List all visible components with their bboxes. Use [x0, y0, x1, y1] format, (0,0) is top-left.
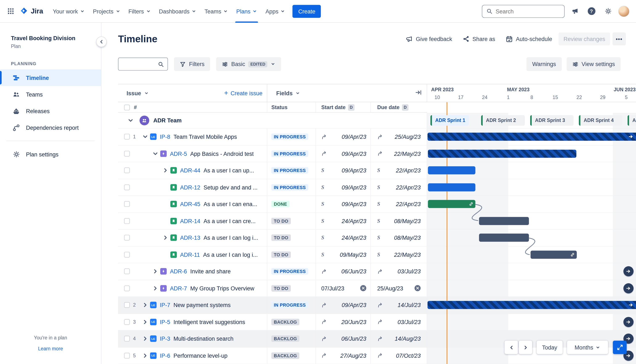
gantt-bar[interactable]	[428, 150, 576, 158]
expand-row-chevron[interactable]	[162, 234, 169, 241]
start-date-cell[interactable]: S09/Apr/23	[316, 179, 370, 195]
warnings-button[interactable]: Warnings	[527, 57, 562, 71]
due-date-cell[interactable]: 07/Oct/23	[371, 348, 427, 364]
due-date-cell[interactable]: S22/Apr/23	[371, 179, 427, 195]
issue-header-dropdown[interactable]: Issue	[126, 90, 149, 96]
expand-row-chevron[interactable]	[142, 318, 148, 325]
due-date-cell[interactable]: S22/Apr/23	[371, 162, 427, 178]
sidebar-item-dependencies-report[interactable]: Dependencies report	[0, 119, 101, 136]
issue-key-link[interactable]: ADR-7	[170, 285, 187, 292]
give-feedback-button[interactable]: Give feedback	[402, 32, 456, 46]
learn-more-link[interactable]: Learn more	[38, 346, 63, 352]
start-date-cell[interactable]: S09/May/23	[316, 246, 370, 263]
nav-item-apps[interactable]: Apps	[262, 0, 290, 22]
issue-summary[interactable]: Multi-destination search	[174, 336, 234, 342]
filters-button[interactable]: Filters	[174, 57, 210, 71]
issue-key-link[interactable]: IP-8	[160, 134, 170, 140]
issue-summary[interactable]: Team Travel Mobile Apps	[174, 134, 237, 140]
global-search-input[interactable]	[496, 8, 560, 14]
row-checkbox[interactable]	[124, 218, 130, 224]
timeline-prev-button[interactable]	[504, 341, 518, 354]
issue-key-link[interactable]: ADR-5	[170, 150, 187, 157]
collapse-row-chevron[interactable]	[152, 150, 158, 157]
sidebar-item-timeline[interactable]: Timeline	[0, 70, 101, 86]
gantt-bar[interactable]	[428, 166, 476, 174]
gantt-bar[interactable]	[428, 133, 636, 141]
row-checkbox[interactable]	[124, 285, 130, 291]
row-checkbox[interactable]	[124, 151, 130, 156]
issue-summary[interactable]: New payment systems	[174, 302, 231, 308]
status-lozenge[interactable]: TO DO	[271, 234, 291, 241]
issue-summary[interactable]: Invite and share	[190, 268, 231, 275]
sidebar-collapse-button[interactable]	[96, 36, 107, 47]
status-lozenge[interactable]: IN PROGRESS	[271, 134, 308, 140]
issue-summary[interactable]: As a user I can cre...	[204, 218, 256, 224]
issue-key-link[interactable]: ADR-45	[180, 201, 200, 207]
clear-date-icon[interactable]	[360, 285, 366, 291]
nav-item-plans[interactable]: Plans	[232, 0, 262, 22]
status-lozenge[interactable]: IN PROGRESS	[271, 302, 308, 308]
due-date-cell[interactable]: 25/Aug/23	[371, 128, 427, 145]
due-date-cell[interactable]: 25/Aug/23	[371, 280, 427, 296]
due-date-cell[interactable]: S22/Apr/23	[371, 196, 427, 212]
create-button[interactable]: Create	[292, 5, 321, 18]
start-date-cell[interactable]: S24/Apr/23	[316, 213, 370, 229]
expand-row-chevron[interactable]	[142, 336, 148, 342]
expand-row-chevron[interactable]	[162, 167, 169, 174]
issue-summary[interactable]: My Group Trips Overview	[190, 285, 254, 292]
sidebar-item-releases[interactable]: Releases	[0, 102, 101, 119]
issue-key-link[interactable]: ADR-14	[180, 218, 200, 224]
issue-key-link[interactable]: IP-6	[160, 352, 170, 359]
issue-key-link[interactable]: IP-7	[160, 302, 170, 308]
sidebar-item-teams[interactable]: Teams	[0, 86, 101, 102]
gantt-bar[interactable]	[428, 183, 476, 191]
share-as-button[interactable]: Share as	[459, 32, 499, 46]
expand-row-chevron[interactable]	[152, 268, 158, 275]
row-checkbox[interactable]	[124, 252, 130, 258]
nav-item-your-work[interactable]: Your work	[49, 0, 89, 22]
due-date-cell[interactable]: 22/May/23	[371, 145, 427, 162]
issue-key-link[interactable]: ADR-44	[180, 167, 200, 174]
select-all-checkbox[interactable]	[124, 104, 130, 110]
issue-summary[interactable]: As a user I can ena...	[204, 201, 257, 207]
more-actions-button[interactable]: •••	[612, 32, 626, 46]
gantt-bar[interactable]	[428, 301, 636, 309]
due-date-cell[interactable]: 03/Jul/23	[371, 314, 427, 330]
fields-dropdown[interactable]: Fields	[276, 90, 300, 96]
status-lozenge[interactable]: BACKLOG	[271, 352, 299, 359]
sidebar-item-plan-settings[interactable]: Plan settings	[0, 146, 101, 162]
auto-schedule-button[interactable]: Auto-schedule	[502, 32, 556, 46]
issue-key-link[interactable]: ADR-12	[180, 184, 200, 190]
due-date-cell[interactable]: 03/Jul/23	[371, 263, 427, 280]
due-date-cell[interactable]: 14/Aug/23	[371, 330, 427, 347]
global-search[interactable]	[482, 5, 564, 18]
gantt-bar[interactable]	[479, 217, 529, 225]
offscreen-bar-indicator[interactable]	[624, 266, 634, 276]
jira-logo[interactable]: Jira	[17, 7, 49, 16]
row-checkbox[interactable]	[124, 184, 130, 190]
start-date-cell[interactable]: 09/Apr/23	[316, 297, 370, 313]
issue-summary[interactable]: Setup dev and and ...	[204, 184, 258, 190]
row-checkbox[interactable]	[124, 235, 130, 240]
row-checkbox[interactable]	[124, 336, 130, 342]
row-checkbox[interactable]	[124, 302, 130, 308]
start-date-cell[interactable]: 20/Jun/23	[316, 314, 370, 330]
expand-row-chevron[interactable]	[142, 352, 148, 359]
nav-item-projects[interactable]: Projects	[89, 0, 124, 22]
collapse-group-chevron[interactable]	[128, 117, 134, 124]
gantt-bar[interactable]	[531, 250, 577, 259]
create-issue-button[interactable]: + Create issue	[224, 90, 262, 96]
issue-key-link[interactable]: ADR-6	[170, 268, 187, 275]
row-checkbox[interactable]	[124, 201, 130, 207]
gantt-bar[interactable]	[479, 234, 529, 242]
offscreen-bar-indicator[interactable]	[624, 317, 634, 327]
plan-search[interactable]	[118, 58, 168, 71]
gantt-bar[interactable]	[428, 200, 476, 208]
issue-key-link[interactable]: IP-5	[160, 318, 170, 325]
start-date-cell[interactable]: 06/Jun/23	[316, 263, 370, 280]
start-date-cell[interactable]: 07/Jul/23	[316, 280, 370, 296]
status-lozenge[interactable]: TO DO	[271, 285, 291, 292]
expand-row-chevron[interactable]	[152, 285, 158, 292]
start-date-cell[interactable]: S09/Apr/23	[316, 162, 370, 178]
review-changes-button[interactable]: Review changes	[558, 32, 610, 46]
